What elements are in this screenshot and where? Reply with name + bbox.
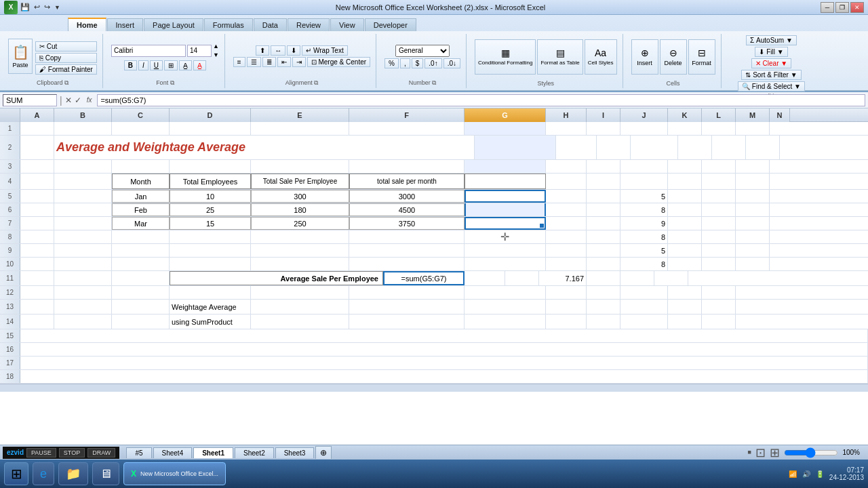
tab-sheet2[interactable]: Sheet2 bbox=[235, 447, 274, 458]
cell-m4[interactable] bbox=[736, 174, 770, 189]
cell-j1[interactable] bbox=[620, 122, 668, 135]
font-name-input[interactable] bbox=[111, 45, 186, 57]
zoom-slider[interactable] bbox=[784, 449, 838, 457]
cell-g4[interactable] bbox=[465, 174, 546, 189]
cell-i5[interactable] bbox=[587, 190, 620, 203]
cell-a6[interactable] bbox=[20, 203, 54, 216]
cell-f9[interactable] bbox=[349, 244, 465, 257]
view-normal-button[interactable]: ▪ bbox=[747, 445, 751, 460]
cell-g8[interactable]: ✛ bbox=[465, 230, 546, 243]
cell-j12[interactable] bbox=[620, 286, 668, 299]
tab-formulas[interactable]: Formulas bbox=[204, 18, 253, 31]
format-as-table-button[interactable]: ▤ Format as Table bbox=[537, 39, 583, 75]
cell-j8[interactable]: 8 bbox=[620, 230, 668, 243]
col-header-b[interactable]: B bbox=[54, 108, 112, 122]
cell-m9[interactable] bbox=[736, 244, 770, 257]
cell-c7-mar[interactable]: Mar bbox=[112, 217, 170, 230]
cell-k10[interactable] bbox=[668, 258, 702, 270]
cell-h12[interactable] bbox=[546, 286, 587, 299]
view-layout-button[interactable]: ⊡ bbox=[755, 445, 766, 460]
cell-a4[interactable] bbox=[20, 174, 54, 189]
cell-l8[interactable] bbox=[702, 230, 736, 243]
cell-j13[interactable] bbox=[620, 300, 668, 314]
cell-c11[interactable] bbox=[112, 271, 170, 285]
cell-k4[interactable] bbox=[668, 174, 702, 189]
confirm-formula-icon[interactable]: ✓ bbox=[75, 96, 81, 105]
cell-h5[interactable] bbox=[546, 190, 587, 203]
tab-developer[interactable]: Developer bbox=[365, 18, 416, 31]
view-break-button[interactable]: ⊞ bbox=[770, 445, 780, 460]
restore-button[interactable]: ❐ bbox=[835, 2, 849, 13]
cell-l2[interactable] bbox=[712, 136, 746, 159]
cell-f13[interactable] bbox=[349, 300, 465, 314]
cell-l14[interactable] bbox=[702, 314, 736, 329]
cell-i11[interactable] bbox=[505, 271, 539, 285]
cell-d1[interactable] bbox=[170, 122, 251, 135]
cell-a14[interactable] bbox=[20, 314, 54, 329]
cell-l9[interactable] bbox=[702, 244, 736, 257]
cell-i13[interactable] bbox=[587, 300, 620, 314]
cell-g10[interactable] bbox=[465, 258, 546, 270]
tab-5[interactable]: #5 bbox=[126, 447, 151, 458]
bold-button[interactable]: B bbox=[124, 60, 137, 70]
cell-e8[interactable] bbox=[251, 230, 349, 243]
cut-button[interactable]: ✂ Cut bbox=[35, 41, 97, 52]
cell-m6[interactable] bbox=[736, 203, 770, 216]
decrease-indent-button[interactable]: ⇤ bbox=[277, 57, 291, 67]
cell-a9[interactable] bbox=[20, 244, 54, 257]
cell-b10[interactable] bbox=[54, 258, 112, 270]
cell-g11-formula[interactable]: =sum(G5:G7) bbox=[383, 271, 465, 285]
cell-i1[interactable] bbox=[587, 122, 620, 135]
cell-m5[interactable] bbox=[736, 190, 770, 203]
taskbar-explorer[interactable]: 📁 bbox=[58, 462, 88, 485]
cell-e7-250[interactable]: 250 bbox=[251, 217, 349, 230]
cell-c5-jan[interactable]: Jan bbox=[112, 190, 170, 203]
decimal-decrease-button[interactable]: .0↓ bbox=[443, 58, 460, 68]
cell-f14[interactable] bbox=[349, 314, 465, 329]
cell-a12[interactable] bbox=[20, 286, 54, 299]
cell-g6[interactable] bbox=[465, 203, 546, 216]
cell-j11[interactable]: 7.167 bbox=[539, 271, 587, 285]
cell-g2[interactable] bbox=[475, 136, 556, 159]
cell-i14[interactable] bbox=[587, 314, 620, 329]
cell-m7[interactable] bbox=[736, 217, 770, 230]
cell-l4[interactable] bbox=[702, 174, 736, 189]
cell-b7[interactable] bbox=[54, 217, 112, 230]
close-button[interactable]: ✕ bbox=[850, 2, 864, 13]
cell-b13[interactable] bbox=[54, 300, 112, 314]
cell-h13[interactable] bbox=[546, 300, 587, 314]
cell-i12[interactable] bbox=[587, 286, 620, 299]
cell-k8[interactable] bbox=[668, 230, 702, 243]
name-box[interactable] bbox=[3, 94, 57, 106]
cell-h6[interactable] bbox=[546, 203, 587, 216]
cell-16-empty[interactable] bbox=[20, 343, 868, 356]
cell-c9[interactable] bbox=[112, 244, 170, 257]
cell-f3[interactable] bbox=[349, 160, 465, 173]
cell-f7-3750[interactable]: 3750 bbox=[349, 217, 465, 230]
tab-page-layout[interactable]: Page Layout bbox=[144, 18, 203, 31]
font-size-input[interactable] bbox=[187, 45, 212, 57]
align-middle-button[interactable]: ↔ bbox=[271, 45, 285, 56]
cell-c3[interactable] bbox=[112, 160, 170, 173]
align-center-button[interactable]: ☰ bbox=[247, 57, 261, 67]
cell-m8[interactable] bbox=[736, 230, 770, 243]
align-left-button[interactable]: ≡ bbox=[233, 57, 245, 67]
paste-button[interactable]: 📋 Paste bbox=[8, 39, 33, 74]
cell-i2[interactable] bbox=[597, 136, 631, 159]
cell-l1[interactable] bbox=[702, 122, 736, 135]
border-button[interactable]: ⊞ bbox=[164, 60, 178, 70]
col-header-c[interactable]: C bbox=[112, 108, 170, 122]
stop-button[interactable]: STOP bbox=[59, 448, 85, 458]
cell-j5[interactable]: 5 bbox=[620, 190, 668, 203]
cell-l11[interactable] bbox=[620, 271, 654, 285]
cell-e5-300[interactable]: 300 bbox=[251, 190, 349, 203]
cell-a11[interactable] bbox=[20, 271, 54, 285]
cell-j6[interactable]: 8 bbox=[620, 203, 668, 216]
cell-b14[interactable] bbox=[54, 314, 112, 329]
cell-title[interactable]: Average and Weightage Average bbox=[54, 136, 475, 159]
cell-i10[interactable] bbox=[587, 258, 620, 270]
cell-m10[interactable] bbox=[736, 258, 770, 270]
cell-h2[interactable] bbox=[556, 136, 597, 159]
cell-e6-180[interactable]: 180 bbox=[251, 203, 349, 216]
tab-data[interactable]: Data bbox=[254, 18, 287, 31]
